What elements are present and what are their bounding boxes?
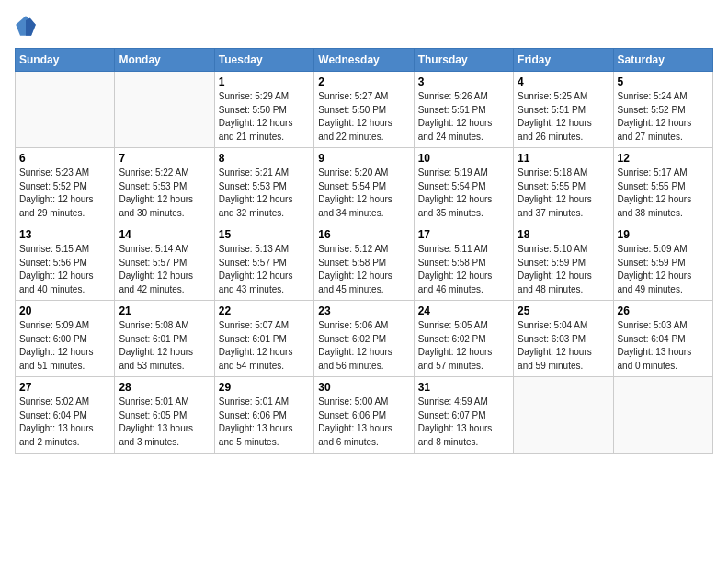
calendar-cell: 30Sunrise: 5:00 AM Sunset: 6:06 PM Dayli… <box>314 377 414 454</box>
calendar-week-3: 13Sunrise: 5:15 AM Sunset: 5:56 PM Dayli… <box>16 224 713 301</box>
calendar-cell <box>115 72 214 148</box>
calendar-cell: 9Sunrise: 5:20 AM Sunset: 5:54 PM Daylig… <box>314 148 414 224</box>
day-number: 2 <box>318 75 409 88</box>
day-number: 9 <box>318 152 409 165</box>
calendar-cell: 5Sunrise: 5:24 AM Sunset: 5:52 PM Daylig… <box>613 72 712 148</box>
calendar-week-2: 6Sunrise: 5:23 AM Sunset: 5:52 PM Daylig… <box>16 148 713 224</box>
day-detail: Sunrise: 5:00 AM Sunset: 6:06 PM Dayligh… <box>318 396 409 449</box>
day-detail: Sunrise: 5:23 AM Sunset: 5:52 PM Dayligh… <box>19 167 110 220</box>
calendar-header-friday: Friday <box>514 49 613 72</box>
day-number: 20 <box>19 304 110 317</box>
day-detail: Sunrise: 5:11 AM Sunset: 5:58 PM Dayligh… <box>418 243 509 296</box>
calendar-cell: 11Sunrise: 5:18 AM Sunset: 5:55 PM Dayli… <box>514 148 613 224</box>
calendar-cell: 26Sunrise: 5:03 AM Sunset: 6:04 PM Dayli… <box>613 301 712 377</box>
calendar-cell: 3Sunrise: 5:26 AM Sunset: 5:51 PM Daylig… <box>414 72 513 148</box>
day-number: 21 <box>119 304 210 317</box>
day-detail: Sunrise: 5:10 AM Sunset: 5:59 PM Dayligh… <box>518 243 609 296</box>
calendar-week-4: 20Sunrise: 5:09 AM Sunset: 6:00 PM Dayli… <box>16 301 713 377</box>
day-number: 12 <box>618 152 709 165</box>
calendar-header-sunday: Sunday <box>16 49 115 72</box>
calendar-cell: 24Sunrise: 5:05 AM Sunset: 6:02 PM Dayli… <box>414 301 513 377</box>
calendar-cell <box>16 72 115 148</box>
day-number: 19 <box>618 228 709 241</box>
day-detail: Sunrise: 5:09 AM Sunset: 6:00 PM Dayligh… <box>19 319 110 373</box>
calendar-week-1: 1Sunrise: 5:29 AM Sunset: 5:50 PM Daylig… <box>16 72 713 148</box>
calendar-cell: 12Sunrise: 5:17 AM Sunset: 5:55 PM Dayli… <box>613 148 712 224</box>
day-detail: Sunrise: 5:04 AM Sunset: 6:03 PM Dayligh… <box>518 319 609 373</box>
calendar-cell: 13Sunrise: 5:15 AM Sunset: 5:56 PM Dayli… <box>16 224 115 301</box>
calendar-cell: 20Sunrise: 5:09 AM Sunset: 6:00 PM Dayli… <box>16 301 115 377</box>
calendar-cell: 23Sunrise: 5:06 AM Sunset: 6:02 PM Dayli… <box>314 301 414 377</box>
day-number: 10 <box>418 152 509 165</box>
day-detail: Sunrise: 5:03 AM Sunset: 6:04 PM Dayligh… <box>618 319 709 373</box>
calendar-cell <box>514 377 613 454</box>
day-detail: Sunrise: 5:12 AM Sunset: 5:58 PM Dayligh… <box>318 243 409 296</box>
calendar-cell: 19Sunrise: 5:09 AM Sunset: 5:59 PM Dayli… <box>613 224 712 301</box>
day-detail: Sunrise: 4:59 AM Sunset: 6:07 PM Dayligh… <box>418 396 509 449</box>
day-number: 15 <box>219 228 310 241</box>
day-number: 17 <box>418 228 509 241</box>
calendar-header-tuesday: Tuesday <box>214 49 313 72</box>
calendar-week-5: 27Sunrise: 5:02 AM Sunset: 6:04 PM Dayli… <box>16 377 713 454</box>
page-header <box>15 15 713 37</box>
day-number: 28 <box>119 381 210 394</box>
day-detail: Sunrise: 5:20 AM Sunset: 5:54 PM Dayligh… <box>318 167 409 220</box>
day-number: 11 <box>518 152 609 165</box>
day-number: 29 <box>219 381 310 394</box>
day-detail: Sunrise: 5:21 AM Sunset: 5:53 PM Dayligh… <box>219 167 310 220</box>
calendar-cell: 7Sunrise: 5:22 AM Sunset: 5:53 PM Daylig… <box>115 148 214 224</box>
day-detail: Sunrise: 5:05 AM Sunset: 6:02 PM Dayligh… <box>418 319 509 373</box>
day-number: 24 <box>418 304 509 317</box>
day-number: 8 <box>219 152 310 165</box>
calendar-cell: 27Sunrise: 5:02 AM Sunset: 6:04 PM Dayli… <box>16 377 115 454</box>
day-number: 13 <box>19 228 110 241</box>
day-detail: Sunrise: 5:22 AM Sunset: 5:53 PM Dayligh… <box>119 167 210 220</box>
calendar-cell: 16Sunrise: 5:12 AM Sunset: 5:58 PM Dayli… <box>314 224 414 301</box>
day-detail: Sunrise: 5:06 AM Sunset: 6:02 PM Dayligh… <box>318 319 409 373</box>
day-number: 25 <box>518 304 609 317</box>
calendar-cell: 28Sunrise: 5:01 AM Sunset: 6:05 PM Dayli… <box>115 377 214 454</box>
day-number: 6 <box>19 152 110 165</box>
calendar-header-row: SundayMondayTuesdayWednesdayThursdayFrid… <box>16 49 713 72</box>
day-number: 18 <box>518 228 609 241</box>
calendar-table: SundayMondayTuesdayWednesdayThursdayFrid… <box>15 48 713 454</box>
day-number: 3 <box>418 75 509 88</box>
day-detail: Sunrise: 5:18 AM Sunset: 5:55 PM Dayligh… <box>518 167 609 220</box>
day-number: 23 <box>318 304 409 317</box>
day-detail: Sunrise: 5:08 AM Sunset: 6:01 PM Dayligh… <box>119 319 210 373</box>
day-detail: Sunrise: 5:24 AM Sunset: 5:52 PM Dayligh… <box>618 90 709 144</box>
day-detail: Sunrise: 5:29 AM Sunset: 5:50 PM Dayligh… <box>219 90 310 144</box>
calendar-header-saturday: Saturday <box>613 49 712 72</box>
day-detail: Sunrise: 5:01 AM Sunset: 6:05 PM Dayligh… <box>119 396 210 449</box>
calendar-cell: 22Sunrise: 5:07 AM Sunset: 6:01 PM Dayli… <box>214 301 313 377</box>
svg-marker-1 <box>26 18 36 36</box>
logo-icon <box>15 15 37 37</box>
calendar-cell: 21Sunrise: 5:08 AM Sunset: 6:01 PM Dayli… <box>115 301 214 377</box>
calendar-cell: 31Sunrise: 4:59 AM Sunset: 6:07 PM Dayli… <box>414 377 513 454</box>
calendar-cell: 25Sunrise: 5:04 AM Sunset: 6:03 PM Dayli… <box>514 301 613 377</box>
calendar-cell: 2Sunrise: 5:27 AM Sunset: 5:50 PM Daylig… <box>314 72 414 148</box>
calendar-cell: 8Sunrise: 5:21 AM Sunset: 5:53 PM Daylig… <box>214 148 313 224</box>
day-detail: Sunrise: 5:27 AM Sunset: 5:50 PM Dayligh… <box>318 90 409 144</box>
day-detail: Sunrise: 5:25 AM Sunset: 5:51 PM Dayligh… <box>518 90 609 144</box>
day-detail: Sunrise: 5:13 AM Sunset: 5:57 PM Dayligh… <box>219 243 310 296</box>
day-number: 5 <box>618 75 709 88</box>
day-detail: Sunrise: 5:09 AM Sunset: 5:59 PM Dayligh… <box>618 243 709 296</box>
day-detail: Sunrise: 5:19 AM Sunset: 5:54 PM Dayligh… <box>418 167 509 220</box>
calendar-header-monday: Monday <box>115 49 214 72</box>
day-number: 31 <box>418 381 509 394</box>
day-number: 30 <box>318 381 409 394</box>
calendar-cell: 15Sunrise: 5:13 AM Sunset: 5:57 PM Dayli… <box>214 224 313 301</box>
day-number: 14 <box>119 228 210 241</box>
logo <box>15 15 40 37</box>
calendar-cell <box>613 377 712 454</box>
day-detail: Sunrise: 5:17 AM Sunset: 5:55 PM Dayligh… <box>618 167 709 220</box>
day-number: 16 <box>318 228 409 241</box>
day-detail: Sunrise: 5:14 AM Sunset: 5:57 PM Dayligh… <box>119 243 210 296</box>
calendar-header-wednesday: Wednesday <box>314 49 414 72</box>
day-number: 7 <box>119 152 210 165</box>
calendar-cell: 4Sunrise: 5:25 AM Sunset: 5:51 PM Daylig… <box>514 72 613 148</box>
day-number: 22 <box>219 304 310 317</box>
day-number: 27 <box>19 381 110 394</box>
calendar-cell: 6Sunrise: 5:23 AM Sunset: 5:52 PM Daylig… <box>16 148 115 224</box>
